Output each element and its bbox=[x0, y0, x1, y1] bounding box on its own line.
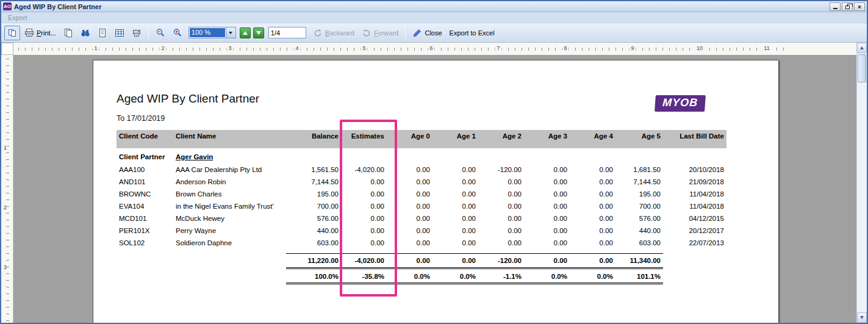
chevron-down-icon bbox=[229, 32, 232, 34]
zoom-value: 100 % bbox=[190, 28, 225, 37]
table-cell: -4,020.00 bbox=[341, 164, 387, 176]
col-header-age0: Age 0 bbox=[387, 130, 432, 148]
table-cell: 0.00 bbox=[478, 188, 524, 200]
col-header-balance: Balance bbox=[286, 130, 341, 148]
total-age0: 0.00 bbox=[387, 253, 432, 268]
zoom-in-button[interactable] bbox=[170, 26, 185, 40]
col-header-age5: Age 5 bbox=[615, 130, 663, 148]
minimize-icon bbox=[833, 8, 838, 9]
binoculars-icon bbox=[81, 28, 90, 38]
table-cell: 0.00 bbox=[341, 212, 387, 225]
table-cell: 0.00 bbox=[432, 237, 478, 249]
col-header-age4: Age 4 bbox=[570, 130, 615, 148]
table-cell: 0.00 bbox=[432, 176, 478, 188]
printer-settings-icon bbox=[132, 28, 142, 38]
menu-export[interactable]: Export bbox=[5, 13, 30, 22]
previous-page-button[interactable] bbox=[240, 27, 251, 38]
table-cell: 700.00 bbox=[286, 200, 341, 212]
magnifier-plus-icon bbox=[173, 28, 182, 38]
print-button[interactable]: Print... bbox=[21, 26, 59, 40]
percent-age2: -1.1% bbox=[478, 268, 524, 283]
forward-button[interactable]: Forward bbox=[359, 26, 401, 40]
report-canvas: Aged WIP By Client Partner MYOB To 17/01… bbox=[13, 55, 856, 324]
table-cell: 0.00 bbox=[524, 200, 570, 212]
scroll-up-button[interactable] bbox=[857, 43, 867, 53]
scrollbar-track[interactable] bbox=[857, 53, 867, 312]
percent-estimates: -35.8% bbox=[341, 268, 387, 283]
table-cell: 0.00 bbox=[478, 176, 524, 188]
pencil-icon bbox=[412, 28, 422, 38]
print-setup-button[interactable] bbox=[129, 26, 145, 40]
ruler-number: 6 bbox=[428, 45, 434, 51]
table-cell: 0.00 bbox=[524, 176, 570, 188]
backward-icon bbox=[313, 28, 323, 38]
table-cell: 0.00 bbox=[387, 188, 432, 200]
table-cell: 21/09/2018 bbox=[663, 176, 726, 188]
table-cell: 0.00 bbox=[387, 164, 432, 176]
table-cell: 0.00 bbox=[432, 200, 478, 212]
table-cell: 0.00 bbox=[432, 164, 478, 176]
table-cell: 0.00 bbox=[341, 200, 387, 212]
grid-view-button[interactable] bbox=[112, 26, 127, 40]
scrollbar-thumb[interactable] bbox=[858, 54, 866, 82]
total-age1: 0.00 bbox=[432, 253, 478, 268]
table-cell: 0.00 bbox=[524, 237, 570, 249]
backward-button-label: Backward bbox=[325, 29, 354, 37]
table-cell: McDuck Hewey bbox=[173, 212, 286, 225]
single-page-button[interactable] bbox=[95, 26, 110, 40]
zoom-combo[interactable]: 100 % bbox=[188, 27, 236, 38]
vertical-scrollbar[interactable] bbox=[856, 43, 867, 323]
ruler-ticks bbox=[18, 48, 787, 51]
partner-name: Ager Gavin bbox=[173, 148, 286, 164]
col-header-client-name: Client Name bbox=[173, 130, 286, 148]
table-row: AND101 Anderson Robin 7,144.50 0.00 0.00… bbox=[117, 176, 726, 188]
table-cell: 0.00 bbox=[478, 237, 524, 249]
multi-page-view-button[interactable] bbox=[4, 26, 20, 40]
total-age2: -120.00 bbox=[478, 253, 524, 268]
copy-icon bbox=[63, 28, 73, 38]
minimize-button[interactable] bbox=[830, 2, 841, 11]
table-cell: 0.00 bbox=[478, 225, 524, 237]
table-cell: 11/04/2018 bbox=[663, 188, 726, 200]
table-header-row: Client Code Client Name Balance Estimate… bbox=[117, 130, 726, 148]
scroll-down-button[interactable] bbox=[857, 312, 867, 323]
restore-icon bbox=[845, 5, 850, 9]
backward-button[interactable]: Backward bbox=[310, 26, 357, 40]
col-header-last-bill-date: Last Bill Date bbox=[663, 130, 726, 148]
total-age3: 0.00 bbox=[524, 253, 570, 268]
table-cell: 0.00 bbox=[387, 225, 432, 237]
table-cell: 0.00 bbox=[341, 237, 387, 249]
table-cell: 22/07/2013 bbox=[663, 237, 726, 249]
magnifier-minus-icon bbox=[156, 28, 165, 38]
zoom-out-button[interactable] bbox=[152, 26, 168, 40]
close-report-button[interactable]: Close bbox=[409, 26, 445, 40]
export-to-excel-label: Export to Excel bbox=[450, 29, 495, 37]
find-button[interactable] bbox=[77, 26, 93, 40]
app-window: AO Aged WIP By Client Partner × Export P… bbox=[0, 0, 868, 324]
table-cell: 0.00 bbox=[387, 176, 432, 188]
table-cell: 576.00 bbox=[286, 212, 341, 225]
next-page-button[interactable] bbox=[253, 27, 264, 38]
percent-age5: 101.1% bbox=[615, 268, 663, 283]
table-cell: 20/12/2017 bbox=[663, 225, 726, 237]
table-cell: PER101X bbox=[117, 225, 173, 237]
table-cell: 0.00 bbox=[524, 164, 570, 176]
table-cell: 11/04/2018 bbox=[663, 200, 726, 212]
partner-label: Client Partner bbox=[117, 148, 173, 164]
ruler-number: 4 bbox=[293, 45, 300, 51]
restore-button[interactable] bbox=[842, 2, 853, 11]
table-cell: 0.00 bbox=[341, 225, 387, 237]
percent-row: 100.0% -35.8% 0.0% 0.0% -1.1% 0.0% 0.0% … bbox=[117, 268, 726, 283]
copy-button[interactable] bbox=[60, 26, 76, 40]
vertical-ruler: 1 2 3 bbox=[1, 55, 13, 324]
close-window-button[interactable]: × bbox=[854, 2, 865, 11]
table-cell: 195.00 bbox=[615, 188, 663, 200]
spacer-row bbox=[117, 249, 726, 253]
export-to-excel-button[interactable]: Export to Excel bbox=[447, 27, 498, 39]
table-cell: in the Nigel Evans Family Trust' bbox=[173, 200, 286, 212]
table-cell: 440.00 bbox=[615, 225, 663, 237]
table-cell: 20/10/2018 bbox=[663, 164, 726, 176]
zoom-dropdown-button[interactable] bbox=[226, 27, 235, 38]
table-cell: 0.00 bbox=[341, 176, 387, 188]
page-indicator-input[interactable] bbox=[268, 27, 306, 38]
